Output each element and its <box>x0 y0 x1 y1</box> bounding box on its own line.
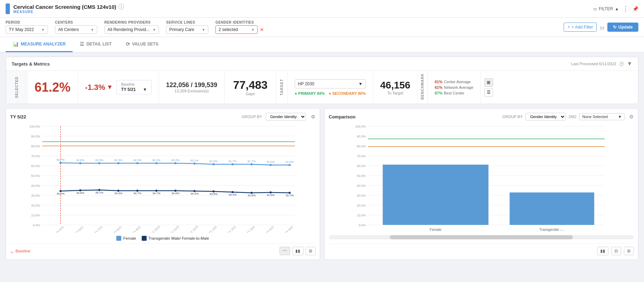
baseline-indicator: ⚊ Baseline <box>10 249 30 253</box>
add-filter-button[interactable]: + + Add Filter <box>564 23 597 32</box>
main-content: Targets & Metrics Last Processed 6/11/20… <box>0 53 644 264</box>
plus-icon: + <box>568 25 570 30</box>
svg-text:50.0%: 50.0% <box>357 174 366 178</box>
right-chart-area: 100.0% 90.0% 80.0% 70.0% 60.0% 50.0% 40.… <box>329 123 634 234</box>
svg-text:62.5%: 62.5% <box>95 159 103 162</box>
filter-chevron-icon: ▲ <box>615 6 619 11</box>
group-by-select-left[interactable]: Gender Identity <box>266 113 306 121</box>
svg-text:Transgender -...: Transgender -... <box>539 228 564 232</box>
svg-text:33.4%: 33.4% <box>228 193 237 196</box>
svg-text:80.0%: 80.0% <box>31 145 40 148</box>
gender-clear-button[interactable]: ✕ <box>260 27 264 32</box>
svg-text:60.0%: 60.0% <box>357 164 366 168</box>
line-chart-button[interactable]: 〰 <box>280 247 290 255</box>
target-label: TARGET <box>280 79 284 95</box>
value-sets-icon: ⟳ <box>126 41 130 47</box>
fraction-section: 122,056 / 199,539 13,209 Exclusion(s) <box>159 71 224 104</box>
filter-button[interactable]: ⚏ FILTER ▲ <box>593 6 619 11</box>
gaps-section: 77,483 Gaps <box>225 71 276 104</box>
svg-point-33 <box>213 163 215 165</box>
svg-text:61.7%: 61.7% <box>228 160 237 163</box>
header-actions: ⚏ FILTER ▲ ⋮ 📌 <box>593 5 638 13</box>
tab-detail-list[interactable]: ☰ DETAIL LIST <box>73 37 119 52</box>
svg-text:34.7%: 34.7% <box>133 192 141 195</box>
tab-measure-analyzer[interactable]: 📊 MEASURE ANALYZER <box>6 37 73 52</box>
svg-text:62.6%: 62.6% <box>76 159 84 162</box>
svg-text:0.0%: 0.0% <box>358 223 366 227</box>
bench-network: 61% Network Average <box>435 85 473 90</box>
right-grid-button[interactable]: ⊞ <box>624 247 634 255</box>
rendering-select[interactable]: All Rendering Provid... ▼ <box>104 25 159 34</box>
svg-text:0.0%: 0.0% <box>33 223 40 227</box>
comparison-label: Comparison <box>329 114 356 119</box>
right-bar-chart-button[interactable]: ▮▮ <box>597 247 608 255</box>
svg-point-30 <box>155 162 158 164</box>
filter-bar-right: + + Add Filter ⚏ ↻ Update <box>564 23 638 32</box>
view-toggle: ⊞ ☰ <box>481 71 497 104</box>
fraction-value: 122,056 / 199,539 <box>166 81 217 89</box>
svg-text:70.0%: 70.0% <box>357 154 366 158</box>
more-button[interactable]: ⋮ <box>622 5 629 13</box>
trans-swatch <box>142 236 147 241</box>
right-chart-header: Comparison GROUP BY Gender Identity 2ND … <box>329 113 634 121</box>
svg-point-31 <box>174 162 177 164</box>
app-header: Cervical Cancer Screening (CMS 124v10) i… <box>0 0 644 18</box>
target-indicators: ● PRIMARY 84% ● SECONDARY 80% <box>295 91 366 96</box>
svg-text:34.3%: 34.3% <box>190 192 198 195</box>
svg-text:30.0%: 30.0% <box>31 194 40 197</box>
hp-select[interactable]: HP 2030 ▼ <box>295 79 366 88</box>
card-header-right: Last Processed 6/11/2022 🕐 ▼ <box>571 61 632 67</box>
right-table-button[interactable]: ⊟ <box>611 247 621 255</box>
svg-text:34.6%: 34.6% <box>114 192 122 195</box>
exclusions-value: 13,209 Exclusion(s) <box>174 89 209 93</box>
view-grid-button[interactable]: ⊞ <box>484 78 493 87</box>
baseline-select[interactable]: TY 5/21 ▼ <box>121 87 147 92</box>
horizontal-scrollbar[interactable] <box>329 235 634 239</box>
filter-icon-button[interactable]: ⚏ <box>600 24 605 31</box>
gender-chevron-icon: ▼ <box>251 28 254 32</box>
service-select[interactable]: Primary Care ▼ <box>166 25 208 34</box>
target-label-section: TARGET <box>276 71 287 104</box>
second-select[interactable]: None Selected ▼ <box>579 113 625 120</box>
update-button[interactable]: ↻ Update <box>607 23 638 32</box>
svg-text:TY 4/22: TY 4/22 <box>265 225 275 233</box>
right-chart-settings-button[interactable]: ⚙ <box>629 114 634 119</box>
svg-text:TY 3/22: TY 3/22 <box>246 225 256 233</box>
chart-view-btns: 〰 ▮▮ ⊞ <box>280 247 315 255</box>
bench-center: 61% Center Average <box>435 80 471 84</box>
second-label: 2ND <box>569 115 576 119</box>
refresh-icon: ↻ <box>613 25 617 30</box>
collapse-button[interactable]: ▼ <box>627 61 632 67</box>
group-by-select-right[interactable]: Gender Identity <box>526 113 566 121</box>
centers-chevron-icon: ▼ <box>91 28 94 32</box>
svg-point-27 <box>98 162 100 164</box>
svg-text:62.3%: 62.3% <box>114 159 122 162</box>
table-chart-button[interactable]: ⊞ <box>306 247 315 255</box>
svg-text:TY 12/21: TY 12/21 <box>189 225 199 233</box>
left-chart-settings-button[interactable]: ⚙ <box>311 114 315 119</box>
metrics-row: SELECTED 61.2% -1.3% ▼ Baseline TY 5/21 … <box>6 71 638 104</box>
pin-button[interactable]: 📌 <box>632 6 638 12</box>
svg-text:62.7%: 62.7% <box>56 158 65 161</box>
svg-text:35.1%: 35.1% <box>95 191 103 194</box>
selected-label: SELECTED <box>15 76 19 98</box>
svg-point-36 <box>270 164 272 166</box>
circle-icon: ● <box>295 91 297 96</box>
page-title: Cervical Cancer Screening (CMS 124v10) i <box>13 4 593 10</box>
gender-select[interactable]: 2 selected ▼ <box>215 25 258 34</box>
tab-value-sets[interactable]: ⟳ VALUE SETS <box>119 37 165 52</box>
svg-text:34.2%: 34.2% <box>56 192 65 195</box>
svg-text:100.0%: 100.0% <box>29 125 40 128</box>
svg-text:TY 6/21: TY 6/21 <box>75 225 84 233</box>
scrollbar-thumb <box>390 235 573 239</box>
charts-row: TY 5/22 GROUP BY Gender Identity ⚙ 100.0… <box>6 108 638 260</box>
centers-select[interactable]: All Centers ▼ <box>55 25 97 34</box>
hp-chevron-icon: ▼ <box>358 81 363 86</box>
period-select[interactable]: TY May 2022 ▼ <box>6 25 48 34</box>
info-icon[interactable]: i <box>118 4 124 10</box>
bar-chart-button[interactable]: ▮▮ <box>292 247 303 255</box>
gaps-label: Gaps <box>246 92 255 96</box>
measure-analyzer-icon: 📊 <box>13 41 19 47</box>
view-list-button[interactable]: ☰ <box>484 88 493 97</box>
svg-text:TY 9/21: TY 9/21 <box>132 225 141 233</box>
